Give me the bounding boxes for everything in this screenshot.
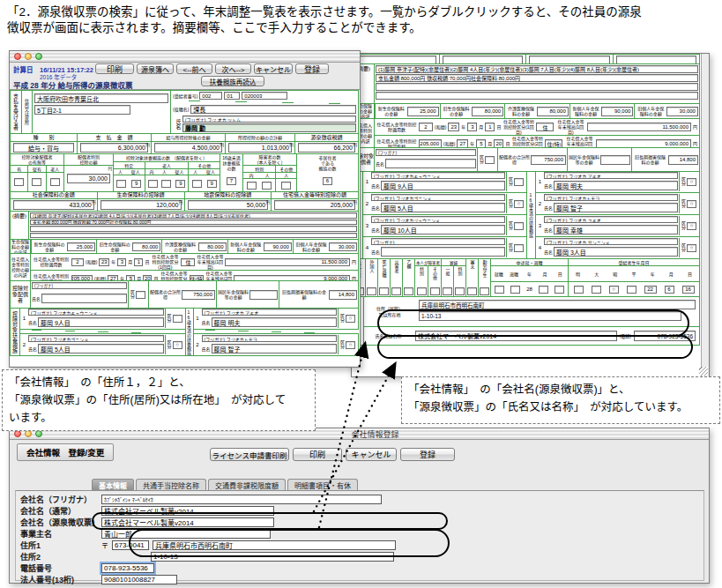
social-ins-value[interactable]: 433,000 (13, 200, 94, 210)
recipient-no-1[interactable]: 002 (199, 92, 222, 100)
company-kana-input[interactable]: ｶﾌﾞｼｷｶﾞｲｼｬ ﾏｰﾍﾞﾙｾｲｶ (101, 495, 382, 504)
flag-student-box[interactable] (480, 287, 489, 295)
ins-value[interactable]: 90,000 (264, 242, 292, 251)
gensenbo-button[interactable]: 源泉簿へ (137, 63, 174, 74)
old-damage-ins[interactable]: 14,800 (329, 290, 357, 300)
era-meiji-box[interactable] (574, 286, 584, 294)
move-in-year[interactable]: 23 (99, 258, 109, 266)
prev-button[interactable]: <--前へ (176, 63, 212, 74)
mid-leave-box[interactable] (510, 286, 520, 294)
remarks-line3[interactable] (30, 226, 357, 232)
era-heisei-box[interactable] (627, 286, 636, 294)
next-button[interactable]: 次へ--> (215, 63, 251, 74)
flag-disaster-box[interactable] (391, 287, 401, 295)
dependent-kubun[interactable]: ○ (346, 341, 355, 349)
dependent-kubun[interactable] (173, 315, 182, 323)
resize-grip[interactable] (699, 367, 708, 376)
spouse-old-box[interactable] (50, 178, 60, 186)
register-button[interactable]: 登録 (400, 448, 455, 461)
flag-otsu-box[interactable] (404, 287, 413, 295)
spouse-income[interactable]: 750,000 (531, 155, 566, 165)
spouse-yes-box[interactable] (14, 178, 24, 186)
move-in-day[interactable]: 1 (485, 123, 495, 131)
flag-box[interactable] (443, 287, 452, 295)
slip-titlebar[interactable] (10, 51, 360, 63)
payee-addr2-input[interactable]: 5丁目2-1 (34, 105, 130, 115)
count-rojin[interactable]: 9 (175, 180, 185, 188)
dependent-kana[interactable]: (フリガナ)フジオカトモヨ (544, 194, 678, 201)
dependent-name[interactable]: 藤岡 明夫 (212, 317, 337, 327)
spouse-income[interactable]: 750,000 (182, 290, 215, 300)
dependent-name[interactable]: 藤岡 5人目 (38, 344, 163, 354)
remarks-line4[interactable] (30, 233, 357, 239)
zoom-icon[interactable] (35, 430, 42, 437)
dependent-name[interactable] (381, 247, 505, 257)
zoom-icon[interactable] (35, 53, 42, 60)
zip-input[interactable]: 673-0041 (112, 540, 149, 550)
loan-balance[interactable]: 11,500,000 (587, 123, 691, 131)
move-in-month[interactable]: 3 (467, 123, 477, 131)
ins-value[interactable]: 25,000 (67, 242, 95, 251)
dependent-kubun[interactable]: ○ (514, 200, 524, 208)
count-sonota[interactable]: 9 (207, 180, 217, 188)
dependent-kubun[interactable]: ○ (346, 315, 355, 323)
remarks-line3[interactable] (376, 83, 698, 91)
era-showa-box[interactable]: ○ (609, 286, 619, 294)
dependent-kubun[interactable] (514, 244, 524, 252)
dependent-kubun[interactable]: ○ (687, 200, 696, 208)
payee-addr1-input[interactable]: 大阪府吹田市青葉丘北 (34, 93, 168, 103)
dependent-kana[interactable]: (フリガナ)フジオカ サンニンメ (544, 238, 678, 245)
ins-value[interactable]: 30,000 (666, 107, 698, 116)
spouse-kana-input[interactable]: (フリガナ) (32, 282, 127, 289)
corporate-number-input[interactable]: 9080101008827 (101, 575, 177, 584)
dependent-kubun[interactable]: ○ (173, 341, 182, 349)
birth-day[interactable]: 16 (682, 286, 695, 294)
tax-value[interactable]: 66,200 (298, 143, 355, 153)
dependent-kana[interactable]: (フリガナ)フジオカキュウニンメ (371, 172, 505, 179)
ins-value[interactable]: 25,000 (407, 107, 439, 116)
register-button[interactable]: 登録 (295, 63, 329, 74)
license-print-button[interactable]: ライセンス申請書印刷 (210, 448, 289, 461)
loan-kubun[interactable]: 住 (536, 123, 554, 131)
owner-name-input[interactable]: 青山一郎 (101, 529, 271, 539)
company-name-gensen-input[interactable]: 株式会社マーベル製菓v2014 (101, 517, 274, 527)
reload-dependents-button[interactable]: 扶養親族再読込 (201, 76, 264, 86)
tab-commute-exemption[interactable]: 交通費非課税限度額 (208, 479, 286, 490)
flag-box[interactable] (430, 287, 440, 295)
remarks-line1[interactable]: (1)藤岡 奈津子(配特)(非居住者)(2)藤岡 4人目(年少)(非居住者)(3… (30, 212, 357, 219)
old-damage-ins[interactable]: 14,800 (668, 155, 698, 165)
life-ins-value[interactable]: 120,000 (100, 200, 182, 210)
dependent-name[interactable]: 藤岡 智子 (212, 344, 337, 354)
count-nonresident[interactable]: 6 (323, 177, 332, 185)
ins-value[interactable]: 80,000 (537, 107, 569, 116)
count-box[interactable] (116, 180, 126, 188)
dependent-kana[interactable]: (フリガナ)フジオカ ユキオ (544, 216, 678, 223)
count-box[interactable] (148, 180, 158, 188)
count-tokutei[interactable]: 9 (131, 180, 141, 188)
dependent-kubun[interactable]: ○ (687, 178, 696, 186)
flag-box[interactable] (455, 287, 465, 295)
cancel-button[interactable]: キャンセル (346, 448, 397, 461)
mid-day-box[interactable] (555, 286, 564, 294)
flag-widower-box[interactable] (467, 287, 477, 295)
count-box[interactable] (192, 180, 202, 188)
menu-company-info[interactable]: 会社情報 登録/変更 (17, 443, 114, 461)
remarks-line4[interactable] (376, 92, 698, 100)
count-u16[interactable]: 7 (227, 177, 236, 185)
company-name-input[interactable]: 株式会社マーベル製菓v2014 (101, 506, 274, 516)
address2-input[interactable]: 1-10-13 (151, 552, 394, 562)
spouse-special-value[interactable]: 30,000 (67, 174, 110, 183)
spouse-name-input[interactable] (385, 159, 476, 168)
dependent-kana[interactable]: (フリガナ) (371, 238, 505, 245)
dependent-kana[interactable]: (フリガナ)フジオカトモヨ (202, 335, 338, 342)
kokumin-value[interactable] (249, 290, 278, 300)
era-taisho-box[interactable] (592, 286, 601, 294)
close-icon[interactable] (14, 53, 21, 60)
kokumin-value[interactable] (600, 155, 630, 165)
move-in-year[interactable]: 23 (448, 123, 459, 131)
ins-value[interactable]: 90,000 (601, 107, 633, 116)
remarks-line2[interactable]: 支払金額:800,000円 徴収税額:70,000円社会保険料:80,000円 (376, 74, 698, 82)
dependent-kana[interactable]: (フリガナ)フジオカジュウニンメ (371, 216, 505, 223)
minimize-icon[interactable] (25, 53, 32, 60)
dependent-name[interactable]: 藤岡 智子 (554, 203, 678, 212)
